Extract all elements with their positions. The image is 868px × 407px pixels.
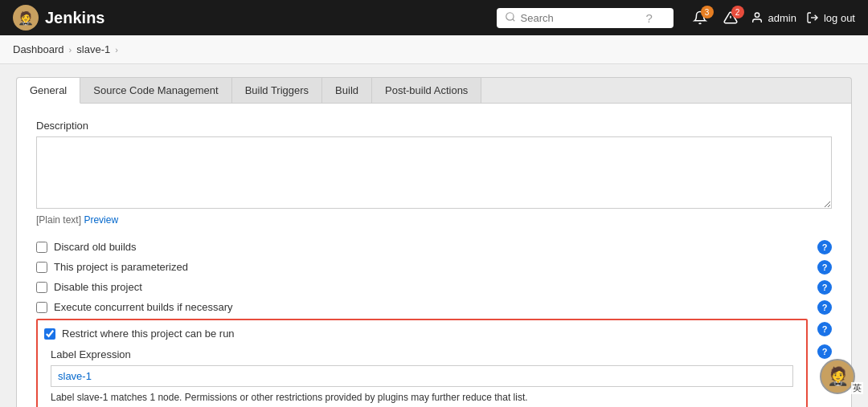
search-container: ? — [497, 8, 674, 28]
concurrent-builds-checkbox[interactable] — [36, 302, 47, 313]
help-icon-1[interactable]: ? — [817, 240, 832, 254]
avatar-emoji: 🤵 — [827, 366, 849, 387]
svg-line-1 — [512, 18, 514, 21]
avatar[interactable]: 🤵 — [820, 359, 855, 394]
restrict-where-checkbox[interactable] — [44, 328, 55, 340]
alerts-button[interactable]: 2 — [720, 7, 741, 28]
breadcrumb-dashboard[interactable]: Dashboard — [13, 43, 64, 55]
breadcrumb-sep-2: › — [115, 45, 118, 55]
format-hint-plain: [Plain text] — [36, 214, 81, 226]
topnav: 🤵 Jenkins ? 3 2 admin — [0, 0, 868, 35]
svg-point-4 — [755, 13, 759, 17]
help-icon-2[interactable]: ? — [817, 260, 832, 275]
format-hint: [Plain text] Preview — [36, 214, 832, 226]
search-input[interactable] — [521, 12, 641, 24]
tab-scm[interactable]: Source Code Management — [80, 78, 231, 103]
svg-point-0 — [506, 12, 513, 19]
app-title: Jenkins — [45, 9, 104, 27]
breadcrumb: Dashboard › slave-1 › — [0, 35, 868, 64]
logout-button[interactable]: log out — [806, 11, 855, 24]
help-icon-6[interactable]: ? — [817, 344, 832, 359]
label-expression-note: Label slave-1 matches 1 node. Permission… — [51, 392, 793, 403]
description-textarea[interactable] — [36, 136, 832, 209]
user-menu[interactable]: admin — [751, 11, 796, 24]
avatar-lang: 英 — [851, 382, 863, 394]
parameterized-label[interactable]: This project is parameterized — [54, 261, 832, 273]
help-icon-5[interactable]: ? — [817, 322, 832, 336]
restrict-checkbox-row: Restrict where this project can be run — [44, 324, 800, 344]
breadcrumb-slave1[interactable]: slave-1 — [76, 43, 110, 55]
parameterized-checkbox[interactable] — [36, 262, 47, 273]
jenkins-logo: 🤵 — [13, 5, 39, 31]
help-icon-4[interactable]: ? — [817, 300, 832, 315]
notifications-button[interactable]: 3 — [690, 7, 710, 28]
tab-postbuild[interactable]: Post-build Actions — [372, 78, 481, 103]
main-content: General Source Code Management Build Tri… — [0, 64, 868, 407]
concurrent-builds-label[interactable]: Execute concurrent builds if necessary — [54, 301, 832, 313]
label-expression-input[interactable] — [51, 365, 793, 387]
label-expression-title: Label Expression — [51, 348, 793, 360]
user-label: admin — [768, 12, 796, 24]
checkbox-row-2: This project is parameterized ? — [36, 257, 832, 277]
discard-old-builds-label[interactable]: Discard old builds — [54, 241, 832, 253]
notifications-badge: 3 — [701, 6, 714, 18]
description-label: Description — [36, 120, 832, 132]
disable-project-checkbox[interactable] — [36, 282, 47, 293]
checkbox-row-4: Execute concurrent builds if necessary ? — [36, 297, 832, 317]
discard-old-builds-checkbox[interactable] — [36, 242, 47, 253]
checkbox-row-3: Disable this project ? — [36, 277, 832, 297]
form-panel: Description [Plain text] Preview Discard… — [16, 103, 852, 407]
logout-label: log out — [824, 12, 855, 24]
tab-general[interactable]: General — [17, 78, 80, 104]
tab-bar: General Source Code Management Build Tri… — [16, 77, 852, 103]
disable-project-label[interactable]: Disable this project — [54, 281, 832, 293]
tab-build[interactable]: Build — [322, 78, 372, 103]
search-icon — [505, 11, 516, 25]
restrict-where-label[interactable]: Restrict where this project can be run — [62, 328, 800, 340]
breadcrumb-sep-1: › — [69, 45, 72, 55]
topnav-logo: 🤵 Jenkins — [13, 5, 104, 31]
help-circle-icon[interactable]: ? — [646, 11, 653, 25]
help-icon-3[interactable]: ? — [817, 280, 832, 295]
label-expression-section: Label Expression Label slave-1 matches 1… — [44, 344, 800, 407]
checkbox-row-1: Discard old builds ? — [36, 237, 832, 257]
alerts-badge: 2 — [731, 6, 744, 18]
tab-triggers[interactable]: Build Triggers — [232, 78, 322, 103]
restrict-box: Restrict where this project can be run L… — [36, 319, 808, 407]
preview-link[interactable]: Preview — [84, 214, 118, 226]
